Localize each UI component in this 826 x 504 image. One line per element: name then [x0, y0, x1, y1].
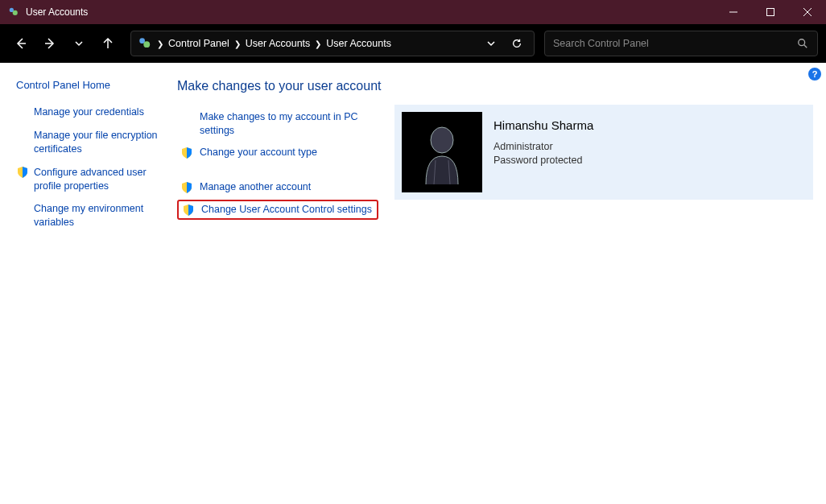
- shield-icon: [182, 203, 195, 217]
- action-label: Manage another account: [200, 180, 311, 194]
- control-panel-home-link[interactable]: Control Panel Home: [16, 79, 159, 91]
- window-title: User Accounts: [26, 6, 88, 18]
- shield-icon: [180, 180, 193, 194]
- search-icon[interactable]: [796, 37, 809, 50]
- sidebar-item-env-vars[interactable]: Change my environment variables: [16, 202, 159, 229]
- user-account-card: Himanshu Sharma Administrator Password p…: [394, 105, 813, 200]
- shield-icon: [16, 166, 29, 179]
- shield-icon: [180, 146, 193, 159]
- sidebar-item-label: Configure advanced user profile properti…: [34, 166, 159, 193]
- svg-rect-3: [767, 9, 774, 16]
- sidebar-item-label: Manage your file encryption certificates: [34, 129, 159, 156]
- close-button[interactable]: [789, 0, 826, 24]
- maximize-button[interactable]: [752, 0, 789, 24]
- sidebar-item-credentials[interactable]: Manage your credentials: [16, 105, 159, 119]
- action-change-account-type[interactable]: Change your account type: [177, 143, 378, 162]
- svg-line-12: [804, 45, 807, 48]
- sidebar-item-profile-properties[interactable]: Configure advanced user profile properti…: [16, 166, 159, 193]
- breadcrumb-level2[interactable]: User Accounts: [326, 38, 391, 49]
- search-box[interactable]: [544, 31, 818, 56]
- user-password-status: Password protected: [494, 154, 593, 167]
- minimize-button[interactable]: [715, 0, 752, 24]
- sidebar-item-encryption-certs[interactable]: Manage your file encryption certificates: [16, 129, 159, 156]
- page-heading: Make changes to your user account: [177, 79, 810, 93]
- action-label: Change your account type: [200, 146, 317, 159]
- user-role: Administrator: [494, 140, 593, 154]
- search-input[interactable]: [553, 38, 796, 49]
- action-pc-settings[interactable]: Make changes to my account in PC setting…: [177, 108, 378, 140]
- user-name: Himanshu Sharma: [494, 118, 593, 132]
- back-button[interactable]: [8, 31, 34, 56]
- app-icon: [8, 6, 19, 18]
- action-label: Make changes to my account in PC setting…: [200, 110, 375, 138]
- chevron-right-icon[interactable]: ❯: [234, 39, 241, 48]
- user-accounts-icon: [138, 36, 152, 51]
- action-change-uac-settings[interactable]: Change User Account Control settings: [177, 200, 378, 220]
- svg-point-1: [13, 10, 18, 15]
- up-button[interactable]: [95, 31, 121, 56]
- svg-point-10: [143, 41, 150, 48]
- refresh-button[interactable]: [506, 33, 527, 54]
- action-label: Change User Account Control settings: [201, 203, 372, 217]
- forward-button[interactable]: [37, 31, 63, 56]
- breadcrumb-level1[interactable]: User Accounts: [246, 38, 311, 49]
- sidebar-item-label: Change my environment variables: [34, 202, 159, 229]
- sidebar-item-label: Manage your credentials: [34, 105, 144, 119]
- address-bar[interactable]: ❯ Control Panel ❯ User Accounts ❯ User A…: [130, 31, 535, 56]
- chevron-right-icon[interactable]: ❯: [315, 39, 321, 48]
- chevron-right-icon[interactable]: ❯: [157, 39, 163, 48]
- svg-point-11: [799, 39, 805, 46]
- recent-locations-button[interactable]: [66, 31, 92, 56]
- avatar: [402, 112, 482, 192]
- breadcrumb-root[interactable]: Control Panel: [168, 38, 229, 49]
- history-dropdown-button[interactable]: [481, 33, 502, 54]
- action-manage-another-account[interactable]: Manage another account: [177, 178, 378, 196]
